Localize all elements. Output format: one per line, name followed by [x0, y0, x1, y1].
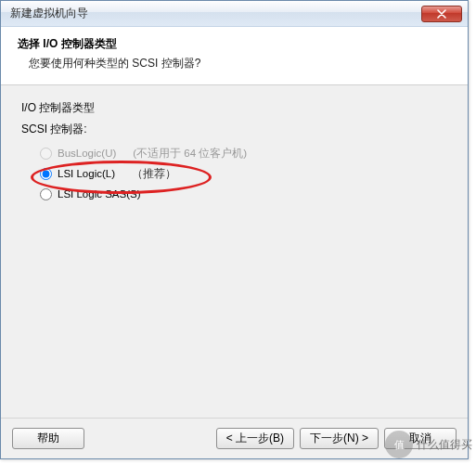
- radio-lsilogic[interactable]: [40, 168, 52, 180]
- section-label-io: I/O 控制器类型: [21, 100, 447, 116]
- close-button[interactable]: [421, 6, 462, 22]
- header-subtitle: 您要使用何种类型的 SCSI 控制器?: [29, 56, 455, 71]
- window-title: 新建虚拟机向导: [10, 6, 421, 21]
- section-label-scsi: SCSI 控制器:: [21, 122, 447, 137]
- dialog-window: 新建虚拟机向导 选择 I/O 控制器类型 您要使用何种类型的 SCSI 控制器?…: [0, 0, 469, 459]
- radio-lsisas[interactable]: [40, 188, 52, 200]
- content-area: I/O 控制器类型 SCSI 控制器: BusLogic(U) (不适用于 64…: [1, 85, 468, 219]
- back-button[interactable]: < 上一步(B): [216, 428, 294, 449]
- radio-label-lsisas: LSI Logic SAS(S): [58, 188, 140, 200]
- cancel-button[interactable]: 取消: [384, 428, 457, 449]
- radio-label-lsilogic: LSI Logic(L): [58, 168, 115, 179]
- titlebar: 新建虚拟机向导: [1, 1, 468, 27]
- next-button[interactable]: 下一步(N) >: [300, 428, 379, 449]
- radio-option-buslogic: BusLogic(U) (不适用于 64 位客户机): [40, 143, 447, 163]
- close-icon: [437, 9, 446, 19]
- radio-buslogic: [40, 148, 52, 160]
- radio-option-lsisas[interactable]: LSI Logic SAS(S): [40, 184, 447, 204]
- radio-label-buslogic: BusLogic(U): [58, 148, 116, 159]
- footer: 帮助 < 上一步(B) 下一步(N) > 取消: [1, 418, 468, 458]
- radio-hint-buslogic: (不适用于 64 位客户机): [133, 147, 247, 161]
- header-title: 选择 I/O 控制器类型: [18, 36, 455, 52]
- radio-hint-lsilogic: （推荐）: [132, 167, 176, 181]
- header-panel: 选择 I/O 控制器类型 您要使用何种类型的 SCSI 控制器?: [1, 27, 468, 85]
- help-button[interactable]: 帮助: [12, 428, 84, 449]
- radio-option-lsilogic[interactable]: LSI Logic(L) （推荐）: [40, 163, 447, 184]
- radio-group-scsi: BusLogic(U) (不适用于 64 位客户机) LSI Logic(L) …: [40, 143, 447, 204]
